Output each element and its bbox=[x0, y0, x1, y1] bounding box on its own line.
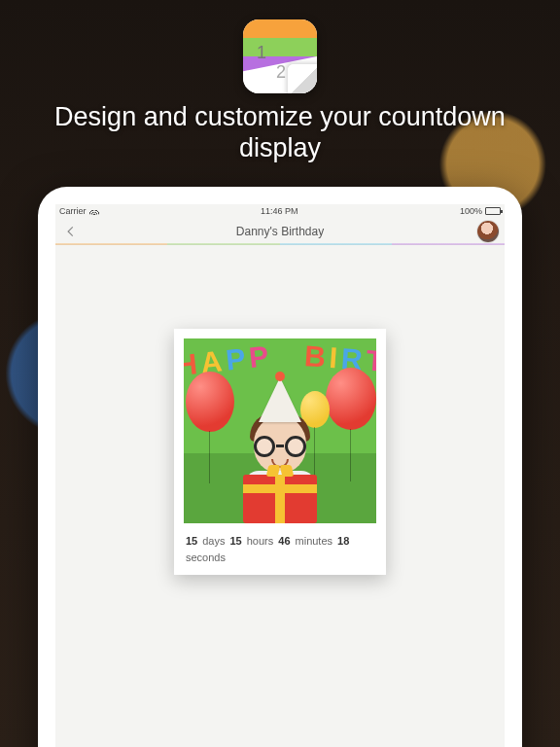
app-icon-digit-1: 1 bbox=[257, 43, 266, 63]
tablet-frame: Carrier 11:46 PM 100% Danny's Birthday bbox=[38, 187, 522, 747]
countdown-seconds-unit: seconds bbox=[186, 551, 226, 563]
countdown-seconds: 18 bbox=[337, 535, 349, 547]
battery-icon bbox=[485, 207, 501, 215]
countdown-days: 15 bbox=[186, 535, 197, 547]
countdown-minutes: 46 bbox=[278, 535, 290, 547]
battery-percent: 100% bbox=[460, 206, 482, 216]
page-curl-icon bbox=[288, 64, 317, 93]
nav-bar: Danny's Birthday bbox=[55, 218, 505, 245]
promo-headline: Design and customize your countdown disp… bbox=[0, 101, 560, 164]
countdown-readout: 15 days 15 hours 46 minutes 18 seconds bbox=[184, 535, 376, 563]
promo-stage: 1 2 Design and customize your countdown … bbox=[0, 0, 560, 747]
avatar[interactable] bbox=[477, 221, 499, 242]
child-illustration bbox=[227, 377, 333, 523]
tablet-screen: Carrier 11:46 PM 100% Danny's Birthday bbox=[55, 204, 505, 747]
status-bar: Carrier 11:46 PM 100% bbox=[55, 204, 505, 218]
back-button[interactable] bbox=[61, 222, 81, 241]
countdown-hours: 15 bbox=[230, 535, 242, 547]
gift-icon bbox=[243, 475, 317, 523]
countdown-card[interactable]: HAPP BIRT 15 bbox=[174, 329, 386, 575]
app-icon-digit-2: 2 bbox=[276, 62, 286, 83]
event-photo: HAPP BIRT bbox=[184, 338, 376, 523]
chevron-left-icon bbox=[64, 225, 78, 238]
countdown-hours-unit: hours bbox=[247, 535, 274, 547]
carrier-label: Carrier bbox=[59, 206, 87, 216]
countdown-days-unit: days bbox=[202, 535, 225, 547]
countdown-minutes-unit: minutes bbox=[296, 535, 333, 547]
wifi-icon bbox=[89, 207, 99, 215]
app-icon: 1 2 bbox=[243, 19, 317, 93]
status-time: 11:46 PM bbox=[261, 206, 298, 216]
page-title: Danny's Birthday bbox=[236, 225, 324, 238]
